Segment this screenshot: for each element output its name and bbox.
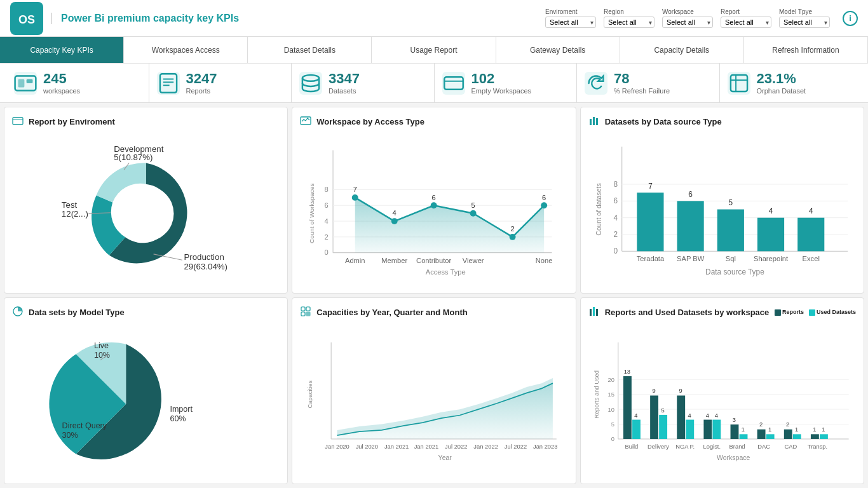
svg-text:4: 4 bbox=[325, 217, 329, 225]
svg-text:Member: Member bbox=[382, 257, 408, 264]
kpi-reports-info: 3247 Reports bbox=[186, 72, 217, 95]
report-filter-wrap[interactable]: Select all bbox=[721, 17, 771, 28]
chart-reports-used-datasets-title: Reports and Used Datasets by workspace R… bbox=[588, 306, 856, 319]
svg-text:6: 6 bbox=[542, 194, 546, 201]
env-filter-wrap[interactable]: Select all bbox=[545, 17, 596, 28]
report-filter-select[interactable]: Select all bbox=[721, 17, 771, 28]
svg-point-43 bbox=[470, 210, 477, 217]
svg-point-41 bbox=[391, 218, 398, 224]
model-type-filter-select[interactable]: Select all bbox=[779, 17, 830, 28]
legend-used-datasets: Used Datasets bbox=[809, 309, 856, 316]
chart-datasets-source: Datasets by Data source Type 0 2 4 6 8 bbox=[580, 107, 864, 294]
svg-text:30%: 30% bbox=[62, 431, 78, 440]
tab-refresh-information[interactable]: Refresh Information bbox=[744, 37, 868, 63]
svg-point-17 bbox=[118, 186, 174, 241]
chart-icon-6 bbox=[588, 306, 600, 319]
svg-text:Logist.: Logist. bbox=[703, 444, 721, 450]
svg-text:8: 8 bbox=[613, 180, 618, 189]
nav-tabs: Capacity Key KPIs Workspaces Access Data… bbox=[0, 37, 868, 64]
svg-text:CAD: CAD bbox=[784, 444, 797, 450]
svg-text:4: 4 bbox=[705, 412, 709, 419]
svg-text:3: 3 bbox=[732, 417, 735, 423]
svg-text:Viewer: Viewer bbox=[463, 257, 484, 264]
tab-workspaces-access[interactable]: Workspaces Access bbox=[124, 37, 248, 63]
info-button[interactable]: i bbox=[843, 11, 858, 26]
svg-text:Live: Live bbox=[94, 341, 109, 350]
svg-text:Jan 2021: Jan 2021 bbox=[414, 444, 439, 450]
kpi-reports-icon bbox=[157, 72, 180, 95]
svg-text:8: 8 bbox=[325, 186, 329, 193]
workspace-filter-group: Workspace Select all bbox=[662, 8, 713, 28]
svg-rect-4 bbox=[27, 79, 33, 83]
svg-text:7: 7 bbox=[353, 186, 357, 193]
workspace-filter-label: Workspace bbox=[662, 8, 694, 15]
svg-rect-15 bbox=[13, 118, 23, 125]
svg-text:0: 0 bbox=[611, 436, 614, 442]
tab-capacity-details[interactable]: Capacity Details bbox=[620, 37, 744, 63]
svg-text:Admin: Admin bbox=[345, 257, 365, 264]
chart-datasets-source-body: 0 2 4 6 8 7 6 5 bbox=[588, 133, 856, 285]
charts-grid: Report by Enviroment Production 29(63.04… bbox=[0, 103, 868, 488]
chart-icon-4 bbox=[12, 306, 24, 319]
svg-rect-158 bbox=[811, 434, 819, 439]
env-filter-select[interactable]: Select all bbox=[545, 17, 596, 28]
kpi-orphan-dataset: 23.1% Orphan Dataset bbox=[720, 64, 862, 102]
chart-workspace-access: Workspace by Access Type 0 2 4 6 8 bbox=[292, 107, 576, 294]
svg-text:NGA P.: NGA P. bbox=[675, 444, 695, 450]
svg-rect-130 bbox=[623, 376, 632, 439]
chart-datasets-model-title: Data sets by Model Type bbox=[12, 306, 280, 319]
svg-text:Contributor: Contributor bbox=[416, 257, 451, 264]
region-filter-select[interactable]: Select all bbox=[604, 17, 654, 28]
kpi-empty-workspaces: 102 Empty Workspaces bbox=[435, 64, 578, 102]
model-type-filter-wrap[interactable]: Select all bbox=[779, 17, 830, 28]
chart-datasets-model: Data sets by Model Type Import 60% Direc… bbox=[4, 297, 288, 484]
svg-text:1: 1 bbox=[822, 426, 825, 433]
svg-text:Sql: Sql bbox=[725, 255, 735, 262]
svg-rect-160 bbox=[820, 434, 828, 439]
kpi-refresh-failure-label: % Refresh Failure bbox=[614, 87, 670, 95]
tab-dataset-details[interactable]: Dataset Details bbox=[248, 37, 372, 63]
svg-point-9 bbox=[302, 74, 319, 81]
tab-capacity-key-kpis[interactable]: Capacity Key KPIs bbox=[0, 37, 124, 63]
svg-text:10: 10 bbox=[607, 407, 614, 413]
env-filter-label: Enviroment bbox=[545, 8, 578, 15]
svg-rect-152 bbox=[766, 434, 774, 439]
svg-text:9: 9 bbox=[679, 388, 682, 394]
svg-text:1: 1 bbox=[813, 426, 816, 433]
svg-rect-75 bbox=[677, 201, 703, 251]
svg-text:Direct Query: Direct Query bbox=[62, 421, 107, 430]
svg-text:Delivery: Delivery bbox=[648, 444, 669, 450]
svg-text:4: 4 bbox=[714, 412, 717, 419]
svg-text:6: 6 bbox=[613, 196, 618, 205]
svg-rect-60 bbox=[593, 117, 595, 125]
kpi-refresh-failure-info: 78 % Refresh Failure bbox=[614, 72, 670, 95]
kpi-reports-label: Reports bbox=[186, 87, 217, 95]
svg-rect-116 bbox=[590, 309, 592, 316]
svg-rect-136 bbox=[659, 415, 667, 439]
svg-rect-81 bbox=[797, 218, 824, 252]
svg-text:None: None bbox=[536, 257, 553, 264]
svg-rect-138 bbox=[677, 395, 685, 438]
tab-gateway-details[interactable]: Gateway Details bbox=[496, 37, 620, 63]
kpi-empty-workspaces-value: 102 bbox=[471, 72, 532, 86]
tab-usage-report[interactable]: Usage Report bbox=[372, 37, 496, 63]
svg-text:Access Type: Access Type bbox=[426, 268, 466, 276]
workspace-filter-select[interactable]: Select all bbox=[662, 17, 713, 28]
kpi-workspaces: 245 workspaces bbox=[6, 64, 149, 102]
kpi-datasets-label: Datasets bbox=[329, 87, 360, 95]
region-filter-wrap[interactable]: Select all bbox=[604, 17, 654, 28]
svg-rect-132 bbox=[632, 420, 641, 439]
svg-rect-59 bbox=[590, 119, 592, 125]
svg-text:Test: Test bbox=[62, 200, 78, 210]
svg-text:9: 9 bbox=[652, 388, 655, 394]
svg-text:5: 5 bbox=[471, 201, 475, 209]
logo: OS bbox=[10, 2, 43, 35]
kpi-workspaces-label: workspaces bbox=[43, 87, 80, 95]
svg-rect-100 bbox=[301, 312, 305, 316]
chart-capacities-year-title: Capacities by Year, Quarter and Month bbox=[300, 306, 567, 319]
svg-text:Count of Workspaces: Count of Workspaces bbox=[309, 183, 316, 243]
svg-rect-2 bbox=[15, 76, 36, 90]
chart-capacities-year-body: Jan 2020 Jul 2020 Jan 2021 Jan 2021 Jul … bbox=[300, 324, 567, 476]
workspace-filter-wrap[interactable]: Select all bbox=[662, 17, 713, 28]
svg-text:5: 5 bbox=[661, 407, 664, 414]
